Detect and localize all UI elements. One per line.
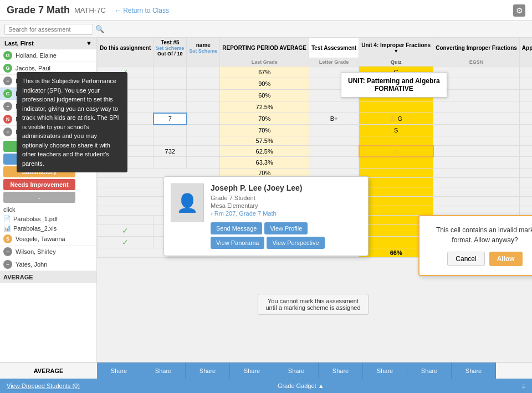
class-code: MATH-7C [74,6,106,14]
spi-tooltip-text: This is the Subjective Performance Indic… [22,78,97,167]
footer-menu-icon[interactable]: ≡ [522,382,525,389]
dialog-cancel-button[interactable]: Cancel [447,252,484,266]
student-sidebar: Last, First ▼ G Holland, Elaine G Jacobs… [0,38,97,362]
bottom-avg-label: AVERAGE [0,368,97,374]
student-indicator: G [3,51,12,60]
dropped-students-link[interactable]: View Dropped Students (0) [7,382,80,389]
share-button-9[interactable]: Share [452,363,496,379]
app-footer: View Dropped Students (0) Grade Gadget ▲… [0,379,532,393]
sidebar-item-voegele[interactable]: S Voegele, Tawanna [0,233,96,246]
file-parabolas2[interactable]: 📊 Parabolas_2.xls [0,223,96,233]
click-label: click [0,205,96,214]
file-name: Parabolas_2.xls [13,225,57,232]
spi-needs-improvement-button[interactable]: Needs Improvement [3,179,75,190]
student-indicator: − [3,247,12,256]
student-indicator: − [3,127,12,136]
pdf-icon: 📄 [3,215,11,222]
xls-icon: 📊 [3,224,11,232]
grade-table-area: Do this assignment Test #5 Set Scheme Ou… [97,38,532,362]
return-to-class-link[interactable]: Return to Class [115,7,169,14]
sidebar-average-row: AVERAGE [0,271,96,283]
student-indicator: − [3,76,12,85]
file-parabolas1[interactable]: 📄 Parabolas_1.pdf [0,214,96,223]
gear-icon[interactable]: ⚙ [513,4,525,17]
sidebar-sort-label: Last, First [4,40,34,47]
student-name: Yates, John [16,261,47,268]
student-indicator: G [3,64,12,73]
avg-label: AVERAGE [3,274,33,280]
share-button-1[interactable]: Share [97,363,141,379]
student-name: Jacobs, Paul [16,65,50,72]
app-footer-label: Grade Gadget ▲ [278,382,324,389]
app-header: Grade 7 Math MATH-7C Return to Class ⚙ [0,0,532,21]
app-title: Grade 7 Math [7,4,70,16]
share-button-7[interactable]: Share [363,363,407,379]
student-name: Holland, Elaine [16,52,57,59]
file-name: Parabolas_1.pdf [13,216,58,222]
share-button-5[interactable]: Share [274,363,319,379]
spi-tooltip: This is the Subjective Performance Indic… [17,72,97,172]
student-indicator: S [3,234,12,243]
share-button-6[interactable]: Share [319,363,363,379]
search-input[interactable] [4,24,93,35]
bottom-share-bar: AVERAGE Share Share Share Share Share Sh… [0,362,532,379]
student-name: Wilson, Shirley [16,248,56,255]
sidebar-header: Last, First ▼ [0,38,96,49]
dialog-text: This cell contains an invalid mark forma… [431,225,532,245]
dialog-allow-button[interactable]: Allow [489,252,523,266]
share-button-3[interactable]: Share [186,363,230,379]
sidebar-item-yates[interactable]: − Yates, John [0,258,96,271]
dialog-buttons: Cancel Allow [431,252,532,266]
dialog-overlay: ✕ This cell contains an invalid mark for… [97,38,532,362]
invalid-mark-dialog: ✕ This cell contains an invalid mark for… [418,215,532,276]
search-icon[interactable]: 🔍 [95,25,104,33]
student-name: Voegele, Tawanna [16,236,65,242]
student-indicator: N [3,115,12,124]
student-indicator: − [3,102,12,111]
spi-dash-button[interactable]: - [3,192,75,203]
toolbar: 🔍 [0,21,532,38]
share-button-2[interactable]: Share [141,363,186,379]
share-button-8[interactable]: Share [407,363,452,379]
student-indicator: − [3,260,12,269]
share-button-4[interactable]: Share [230,363,274,379]
sort-icon[interactable]: ▼ [86,40,92,47]
sidebar-item-wilson[interactable]: − Wilson, Shirley [0,246,96,258]
sidebar-item-holland[interactable]: G Holland, Elaine [0,49,96,62]
main-content: Last, First ▼ G Holland, Elaine G Jacobs… [0,38,532,362]
student-indicator: G [3,89,12,98]
